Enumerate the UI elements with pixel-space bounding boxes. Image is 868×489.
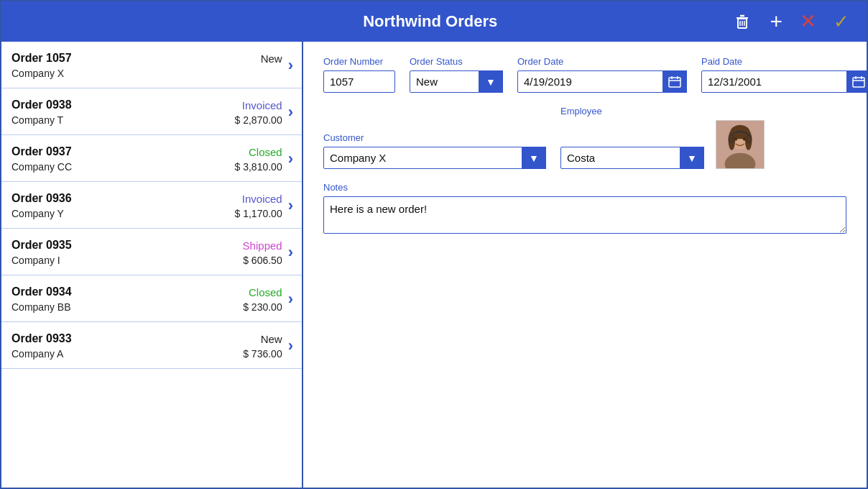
order-item-content: Order 0935 Shipped Company I $ 606.50 <box>11 239 282 266</box>
customer-select[interactable]: Company X Company T Company CC Company Y… <box>323 147 546 169</box>
order-number: Order 0933 <box>11 332 72 345</box>
order-company: Company Y <box>11 208 64 219</box>
employee-avatar-svg <box>716 120 764 169</box>
order-date-input[interactable] <box>517 70 687 93</box>
employee-group: Employee Costa ▼ <box>560 106 765 169</box>
order-list: Order 1057 New Company X › Order 0938 In… <box>1 42 303 488</box>
trash-icon <box>732 12 752 32</box>
detail-panel: Order Number Order Status New Invoiced S… <box>303 42 867 488</box>
order-company: Company A <box>11 348 63 360</box>
order-chevron-icon: › <box>288 150 293 168</box>
order-status: Shipped <box>243 239 282 252</box>
order-number: Order 0934 <box>11 285 72 298</box>
order-chevron-icon: › <box>288 56 293 75</box>
order-list-item[interactable]: Order 0933 New Company A $ 736.00 › <box>1 322 302 369</box>
svg-point-21 <box>743 137 746 141</box>
header-actions: + ✕ ✓ <box>729 9 852 34</box>
order-list-item[interactable]: Order 0937 Closed Company CC $ 3,810.00 … <box>1 135 302 182</box>
header: Northwind Orders + ✕ ✓ <box>1 1 867 42</box>
order-company: Company X <box>11 68 64 79</box>
app-container: Northwind Orders + ✕ ✓ <box>0 0 868 489</box>
order-amount: $ 3,810.00 <box>235 161 282 173</box>
cancel-button[interactable]: ✕ <box>797 10 819 33</box>
paid-date-input[interactable] <box>701 70 867 93</box>
order-item-row2: Company BB $ 230.00 <box>11 301 282 313</box>
order-item-content: Order 0933 New Company A $ 736.00 <box>11 332 282 360</box>
employee-select[interactable]: Costa <box>560 147 704 169</box>
delete-button[interactable] <box>729 10 755 33</box>
order-company: Company I <box>11 255 60 266</box>
order-item-row2: Company Y $ 1,170.00 <box>11 208 282 219</box>
order-item-content: Order 0936 Invoiced Company Y $ 1,170.00 <box>11 192 282 219</box>
notes-label: Notes <box>323 182 846 193</box>
order-amount: $ 230.00 <box>243 301 282 313</box>
order-item-row1: Order 0935 Shipped <box>11 239 282 252</box>
order-item-row1: Order 0938 Invoiced <box>11 99 282 111</box>
order-item-row1: Order 0936 Invoiced <box>11 192 282 205</box>
order-item-row2: Company CC $ 3,810.00 <box>11 161 282 173</box>
order-list-item[interactable]: Order 0936 Invoiced Company Y $ 1,170.00… <box>1 182 302 229</box>
order-chevron-icon: › <box>288 290 293 309</box>
order-item-content: Order 1057 New Company X <box>11 52 282 79</box>
order-status-select[interactable]: New Invoiced Shipped Closed <box>410 70 503 93</box>
order-status: New <box>261 52 282 65</box>
order-list-item[interactable]: Order 1057 New Company X › <box>1 42 302 88</box>
paid-date-label: Paid Date <box>701 56 867 67</box>
order-amount: $ 606.50 <box>243 255 282 266</box>
order-chevron-icon: › <box>288 103 293 122</box>
order-status: Closed <box>249 286 282 298</box>
order-date-wrap <box>517 70 687 93</box>
customer-label: Customer <box>323 132 546 143</box>
order-number: Order 0936 <box>11 192 72 205</box>
order-list-item[interactable]: Order 0935 Shipped Company I $ 606.50 › <box>1 229 302 275</box>
customer-group: Customer Company X Company T Company CC … <box>323 132 546 169</box>
order-item-row2: Company I $ 606.50 <box>11 255 282 266</box>
confirm-button[interactable]: ✓ <box>831 11 852 32</box>
order-item-row1: Order 0937 Closed <box>11 145 282 158</box>
body: Order 1057 New Company X › Order 0938 In… <box>1 42 867 488</box>
order-company: Company CC <box>11 161 72 173</box>
notes-textarea[interactable]: Here is a new order! <box>323 196 846 234</box>
order-chevron-icon: › <box>288 337 293 355</box>
order-item-row2: Company T $ 2,870.00 <box>11 114 282 126</box>
order-chevron-icon: › <box>288 243 293 262</box>
order-number-input[interactable] <box>323 70 395 93</box>
order-number: Order 0937 <box>11 145 72 158</box>
order-amount: $ 736.00 <box>243 348 282 360</box>
notes-group: Notes Here is a new order! <box>323 182 846 234</box>
order-date-label: Order Date <box>517 56 687 67</box>
order-date-group: Order Date <box>517 56 687 93</box>
order-list-item[interactable]: Order 0938 Invoiced Company T $ 2,870.00… <box>1 88 302 135</box>
employee-select-wrap: Costa ▼ <box>560 147 704 169</box>
order-number: Order 0938 <box>11 99 72 111</box>
order-status: New <box>261 333 282 345</box>
order-item-row1: Order 1057 New <box>11 52 282 65</box>
order-amount: $ 2,870.00 <box>235 114 282 126</box>
employee-label: Employee <box>560 106 765 116</box>
order-status: Invoiced <box>242 193 282 205</box>
order-item-content: Order 0937 Closed Company CC $ 3,810.00 <box>11 145 282 173</box>
form-row-2: Customer Company X Company T Company CC … <box>323 106 846 169</box>
paid-date-wrap <box>701 70 867 93</box>
order-company: Company T <box>11 114 63 126</box>
form-row-1: Order Number Order Status New Invoiced S… <box>323 56 846 93</box>
order-item-row1: Order 0934 Closed <box>11 285 282 298</box>
order-status: Closed <box>249 146 282 158</box>
order-chevron-icon: › <box>288 196 293 215</box>
order-list-item[interactable]: Order 0934 Closed Company BB $ 230.00 › <box>1 275 302 322</box>
order-number: Order 1057 <box>11 52 72 65</box>
order-number-group: Order Number <box>323 56 395 93</box>
order-number-label: Order Number <box>323 56 395 67</box>
order-status: Invoiced <box>242 99 282 111</box>
order-amount: $ 1,170.00 <box>235 208 282 219</box>
svg-point-20 <box>734 137 737 141</box>
order-status-select-wrap: New Invoiced Shipped Closed ▼ <box>410 70 503 93</box>
customer-select-wrap: Company X Company T Company CC Company Y… <box>323 147 546 169</box>
app-title: Northwind Orders <box>131 12 729 31</box>
add-button[interactable]: + <box>767 9 785 34</box>
order-status-group: Order Status New Invoiced Shipped Closed… <box>410 56 503 93</box>
order-status-label: Order Status <box>410 56 503 67</box>
order-item-content: Order 0938 Invoiced Company T $ 2,870.00 <box>11 99 282 126</box>
order-item-row1: Order 0933 New <box>11 332 282 345</box>
order-number: Order 0935 <box>11 239 72 252</box>
